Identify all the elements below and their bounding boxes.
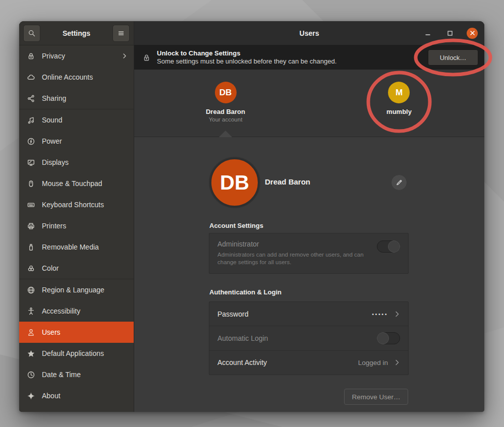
menu-button[interactable] bbox=[113, 25, 130, 42]
color-circles-icon bbox=[27, 264, 35, 273]
profile-name: Dread Baron bbox=[265, 177, 310, 186]
star-icon bbox=[27, 349, 35, 358]
user-carousel: DB Dread Baron Your account M mumbly bbox=[134, 70, 484, 137]
sidebar-item-label: Power bbox=[42, 137, 128, 145]
sidebar-item-online-accounts[interactable]: Online Accounts bbox=[19, 67, 134, 88]
content-area: Users Unlock to Change Settings Some set… bbox=[134, 21, 484, 412]
chevron-right-icon bbox=[394, 359, 400, 365]
globe-icon bbox=[27, 286, 35, 294]
sidebar-title: Settings bbox=[40, 29, 113, 37]
sidebar-item-mouse-touchpad[interactable]: Mouse & Touchpad bbox=[19, 173, 134, 194]
sidebar-item-about[interactable]: About bbox=[19, 385, 134, 406]
carousel-user-dread-baron[interactable]: DB Dread Baron Your account bbox=[206, 82, 245, 123]
pencil-icon bbox=[396, 179, 403, 186]
automatic-login-toggle[interactable] bbox=[377, 332, 400, 344]
minimize-button[interactable] bbox=[422, 28, 433, 39]
flash-drive-icon bbox=[27, 243, 35, 252]
search-button[interactable] bbox=[23, 25, 40, 42]
toggle-knob bbox=[377, 332, 389, 344]
sidebar-item-removable-media[interactable]: Removable Media bbox=[19, 236, 134, 258]
automatic-login-row[interactable]: Automatic Login bbox=[209, 326, 408, 350]
window-controls bbox=[422, 28, 484, 39]
sidebar-item-label: Printers bbox=[42, 222, 128, 230]
close-button[interactable] bbox=[467, 28, 478, 39]
avatar: M bbox=[388, 82, 410, 103]
sidebar-item-printers[interactable]: Printers bbox=[19, 215, 134, 236]
sidebar-header: Settings bbox=[19, 21, 134, 45]
sidebar-item-privacy[interactable]: Privacy bbox=[19, 45, 134, 67]
sidebar-item-label: Privacy bbox=[42, 52, 122, 60]
profile-avatar[interactable]: DB bbox=[210, 158, 259, 207]
edit-name-button[interactable] bbox=[391, 174, 407, 191]
sidebar-item-sound[interactable]: Sound bbox=[19, 109, 134, 131]
carousel-user-mumbly[interactable]: M mumbly bbox=[386, 82, 412, 115]
chevron-right-icon bbox=[394, 311, 400, 317]
sidebar-item-label: Accessibility bbox=[42, 307, 128, 315]
search-icon bbox=[28, 29, 36, 37]
minimize-icon bbox=[425, 30, 431, 36]
sidebar-item-label: Displays bbox=[42, 158, 128, 166]
sidebar-item-label: Removable Media bbox=[42, 243, 128, 251]
person-icon bbox=[27, 328, 35, 337]
sidebar-list: Privacy Online Accounts Sharing bbox=[19, 45, 134, 412]
keyboard-icon bbox=[27, 201, 35, 209]
administrator-label: Administrator bbox=[217, 240, 400, 248]
sidebar-item-color[interactable]: Color bbox=[19, 258, 134, 279]
unlock-button[interactable]: Unlock… bbox=[428, 49, 478, 66]
password-row[interactable]: Password ••••• bbox=[209, 302, 408, 326]
sidebar-item-default-applications[interactable]: Default Applications bbox=[19, 343, 134, 364]
account-activity-row[interactable]: Account Activity Logged in bbox=[209, 350, 408, 375]
cloud-icon bbox=[27, 73, 35, 82]
sidebar-item-label: Sound bbox=[42, 116, 128, 124]
maximize-icon bbox=[447, 30, 453, 36]
administrator-toggle[interactable] bbox=[377, 240, 400, 253]
chevron-right-icon bbox=[122, 53, 128, 59]
authentication-card: Password ••••• Automatic Login Account A… bbox=[209, 301, 409, 375]
administrator-description: Administrators can add and remove other … bbox=[217, 251, 369, 266]
sidebar-item-keyboard-shortcuts[interactable]: Keyboard Shortcuts bbox=[19, 194, 134, 215]
password-dots: ••••• bbox=[372, 311, 388, 317]
maximize-button[interactable] bbox=[444, 28, 456, 39]
sparkle-icon bbox=[27, 392, 35, 400]
account-activity-label: Account Activity bbox=[217, 358, 358, 367]
unlock-banner: Unlock to Change Settings Some settings … bbox=[134, 45, 484, 70]
settings-window: Settings Privacy Onl bbox=[19, 21, 484, 412]
close-icon bbox=[470, 30, 475, 36]
banner-title: Unlock to Change Settings bbox=[157, 49, 428, 57]
lock-icon bbox=[27, 52, 35, 60]
banner-subtitle: Some settings must be unlocked before th… bbox=[157, 57, 428, 66]
sidebar-item-label: Color bbox=[42, 264, 128, 272]
account-activity-value: Logged in bbox=[358, 359, 388, 367]
clock-icon bbox=[27, 371, 35, 379]
remove-user-button[interactable]: Remove User… bbox=[344, 389, 408, 405]
lock-icon bbox=[142, 53, 151, 62]
avatar: DB bbox=[215, 82, 237, 103]
user-subtitle: Your account bbox=[206, 116, 245, 123]
sidebar-item-label: Mouse & Touchpad bbox=[42, 179, 128, 188]
user-detail-panel: DB Dread Baron Account Settings Administ… bbox=[134, 137, 484, 412]
mouse-icon bbox=[27, 179, 35, 188]
power-icon bbox=[27, 137, 35, 146]
section-title-authentication: Authentication & Login bbox=[209, 288, 282, 296]
user-name: mumbly bbox=[386, 108, 412, 115]
sidebar-item-displays[interactable]: Displays bbox=[19, 152, 134, 173]
sidebar-item-date-time[interactable]: Date & Time bbox=[19, 364, 134, 385]
password-label: Password bbox=[217, 310, 372, 318]
sidebar-item-sharing[interactable]: Sharing bbox=[19, 88, 134, 109]
accessibility-icon bbox=[27, 307, 35, 316]
sidebar-item-region-language[interactable]: Region & Language bbox=[19, 279, 134, 300]
sidebar-item-power[interactable]: Power bbox=[19, 131, 134, 152]
sidebar-item-label: Users bbox=[42, 328, 128, 336]
sidebar-item-accessibility[interactable]: Accessibility bbox=[19, 300, 134, 322]
automatic-login-label: Automatic Login bbox=[217, 334, 377, 342]
banner-text: Unlock to Change Settings Some settings … bbox=[157, 49, 428, 66]
sidebar: Settings Privacy Onl bbox=[19, 21, 134, 412]
sidebar-item-label: Date & Time bbox=[42, 371, 128, 379]
sidebar-item-label: About bbox=[42, 392, 128, 400]
printer-icon bbox=[27, 222, 35, 230]
sidebar-item-users[interactable]: Users bbox=[19, 322, 134, 343]
hamburger-icon bbox=[117, 29, 125, 37]
toggle-knob bbox=[388, 240, 400, 253]
sidebar-item-label: Online Accounts bbox=[42, 73, 128, 81]
sidebar-item-label: Keyboard Shortcuts bbox=[42, 201, 128, 209]
